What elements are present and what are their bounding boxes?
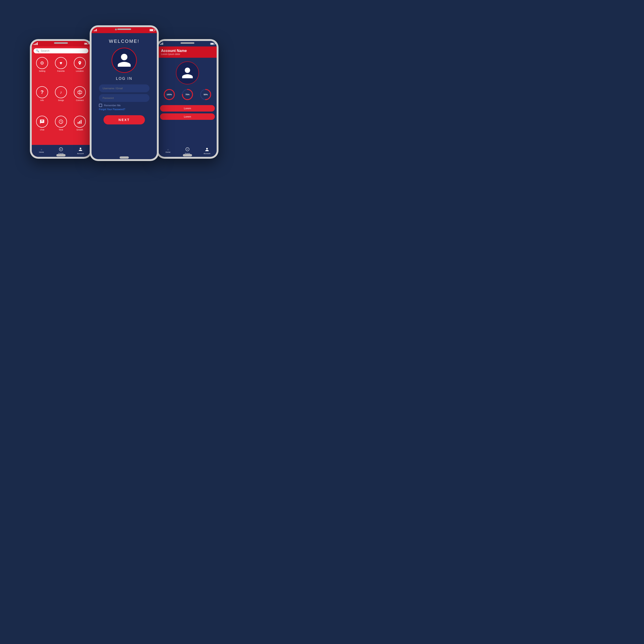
- nav-home-left[interactable]: ⌂ Home: [32, 149, 51, 153]
- icon-item-connect[interactable]: Connect: [71, 86, 88, 114]
- account-name: Account Name: [161, 49, 187, 53]
- growth-label: Growth: [76, 129, 83, 131]
- icon-item-chat[interactable]: Chat: [34, 116, 51, 143]
- connect-label: Connect: [76, 99, 84, 101]
- nav-account-right[interactable]: Account: [197, 147, 217, 155]
- left-screen-content: 🔍 Search ⚙ Setting ♥ Favorite: [32, 41, 90, 157]
- next-button[interactable]: NEXT: [103, 115, 145, 124]
- favorite-icon: ♥: [55, 57, 67, 69]
- battery-icon-right: [210, 43, 215, 45]
- setting-icon: ⚙: [36, 57, 48, 69]
- progress-100-label: 100%: [167, 93, 172, 96]
- phone-screen-left: 🔍 Search ⚙ Setting ♥ Favorite: [32, 41, 90, 157]
- center-avatar: [112, 48, 137, 73]
- points-icon-right: P: [185, 147, 190, 152]
- icon-item-time[interactable]: Time: [52, 116, 69, 143]
- right-avatar: [176, 61, 199, 84]
- avatar-silhouette: [116, 52, 132, 68]
- left-status-bar: [32, 41, 90, 46]
- time-icon: [55, 116, 67, 128]
- svg-rect-5: [78, 122, 79, 124]
- icon-item-growth[interactable]: Growth: [71, 116, 88, 143]
- forgot-password-link[interactable]: Forgot Your Password?: [99, 108, 149, 111]
- songs-label: Songs: [58, 99, 64, 101]
- progress-row: 100% 75%: [158, 88, 217, 101]
- time-label: Time: [59, 129, 63, 131]
- progress-100: 100%: [163, 88, 176, 101]
- right-screen-content: Account Name Lorem Ipsum dolor: [158, 41, 217, 157]
- nav-account-left[interactable]: Account: [71, 147, 90, 155]
- nav-home-right[interactable]: ⌂ Home: [158, 149, 178, 153]
- phone-camera-center: [115, 29, 117, 30]
- account-icon-left: [78, 147, 83, 152]
- account-header-right: Account Name Lorem Ipsum dolor: [158, 46, 217, 58]
- phones-container: 🔍 Search ⚙ Setting ♥ Favorite: [30, 25, 219, 223]
- center-status-bar: [92, 27, 157, 33]
- icon-item-location[interactable]: Location: [71, 57, 88, 84]
- lorem-btn-2[interactable]: Lorem: [160, 113, 215, 120]
- signal-icon-left: [34, 42, 38, 45]
- svg-text:P: P: [60, 148, 61, 150]
- nav-account-label-left: Account: [77, 152, 84, 155]
- nav-points-left[interactable]: P Points: [51, 147, 71, 155]
- remember-me-label: Remember Me: [104, 104, 121, 107]
- icon-item-info[interactable]: ? Info: [34, 86, 51, 114]
- home-icon-right: ⌂: [167, 149, 169, 151]
- nav-home-label-right: Home: [166, 151, 170, 153]
- info-label: Info: [40, 99, 44, 101]
- points-icon-left: P: [59, 147, 63, 152]
- right-status-bar: [158, 41, 217, 46]
- remember-me-row: Remember Me: [99, 104, 149, 107]
- phone-screen-right: Account Name Lorem Ipsum dolor: [158, 41, 217, 157]
- info-icon: ?: [36, 86, 48, 98]
- svg-text:P: P: [187, 148, 188, 150]
- username-email-input[interactable]: [99, 84, 149, 92]
- songs-icon: ♪: [55, 86, 67, 98]
- phone-speaker-left: [54, 42, 68, 44]
- center-screen-content: WELCOME! LOG IN Remember Me: [92, 27, 157, 159]
- growth-icon: [74, 116, 86, 128]
- account-icon-right: [205, 147, 209, 152]
- phone-home-btn-left: [56, 154, 66, 156]
- phone-speaker-right: [181, 42, 194, 44]
- welcome-title: WELCOME!: [109, 39, 140, 44]
- password-input[interactable]: [99, 94, 149, 102]
- battery-icon-left: [84, 43, 88, 45]
- location-label: Location: [76, 70, 84, 72]
- nav-points-right[interactable]: P Points: [178, 147, 197, 155]
- search-placeholder: Search: [41, 49, 49, 52]
- signal-icon-right: [160, 43, 163, 45]
- search-bar-left[interactable]: 🔍 Search: [34, 48, 88, 53]
- phone-speaker-center: [117, 29, 131, 30]
- search-icon-left: 🔍: [36, 49, 39, 52]
- phone-home-btn-right: [183, 154, 192, 156]
- account-sub: Lorem Ipsum dolor: [161, 53, 187, 55]
- icon-grid-left: ⚙ Setting ♥ Favorite Location: [32, 55, 90, 145]
- icon-item-songs[interactable]: ♪ Songs: [52, 86, 69, 114]
- phone-screen-center: WELCOME! LOG IN Remember Me: [92, 27, 157, 159]
- icon-item-setting[interactable]: ⚙ Setting: [34, 57, 51, 84]
- home-icon-left: ⌂: [41, 149, 42, 151]
- chat-label: Chat: [40, 129, 44, 131]
- phone-left: 🔍 Search ⚙ Setting ♥ Favorite: [30, 39, 92, 159]
- location-icon: [74, 57, 86, 69]
- remember-me-checkbox[interactable]: [99, 104, 102, 107]
- nav-home-label-left: Home: [39, 151, 44, 153]
- progress-75: 75%: [181, 88, 194, 101]
- battery-icon-center: [149, 29, 155, 31]
- favorite-label: Favorite: [57, 70, 65, 72]
- icon-item-favorite[interactable]: ♥ Favorite: [52, 57, 69, 84]
- progress-50: 50%: [199, 88, 212, 101]
- nav-account-label-right: Account: [204, 152, 210, 155]
- lorem-btn-1[interactable]: Lorem: [160, 105, 215, 112]
- chat-icon: [36, 116, 48, 128]
- login-title: LOG IN: [116, 77, 132, 81]
- account-info-right: Account Name Lorem Ipsum dolor: [161, 49, 187, 55]
- svg-rect-7: [81, 120, 82, 124]
- connect-icon: [74, 86, 86, 98]
- phone-center: WELCOME! LOG IN Remember Me: [90, 25, 159, 161]
- setting-label: Setting: [39, 70, 45, 72]
- progress-50-label: 50%: [204, 93, 208, 96]
- progress-75-label: 75%: [185, 93, 190, 96]
- phone-home-btn-center: [120, 156, 129, 159]
